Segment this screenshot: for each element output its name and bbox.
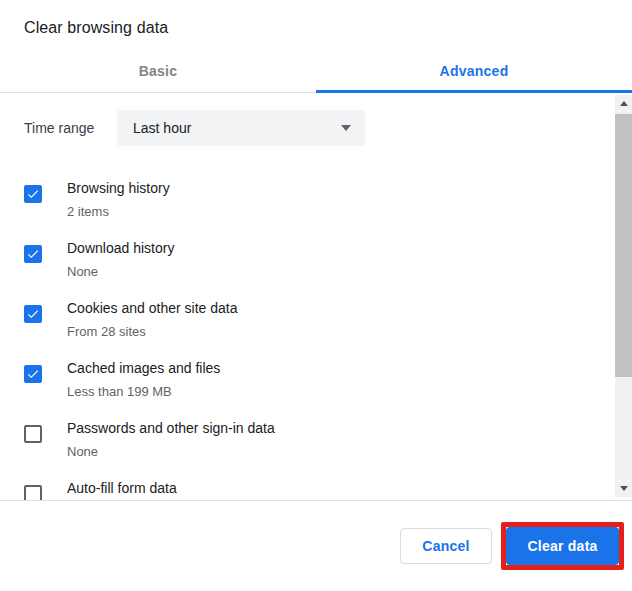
row-text: Browsing history2 items: [67, 176, 170, 222]
time-range-label: Time range: [24, 120, 117, 136]
row-text: Passwords and other sign-in dataNone: [67, 416, 275, 462]
tab-basic[interactable]: Basic: [0, 49, 316, 92]
row-label: Cookies and other site data: [67, 298, 237, 319]
dialog-header: Clear browsing data: [0, 0, 632, 49]
checkbox-checked[interactable]: [24, 245, 42, 263]
row-label: Passwords and other sign-in data: [67, 418, 275, 439]
dialog-title: Clear browsing data: [24, 19, 608, 37]
checkmark-icon: [26, 307, 40, 321]
row-detail: None: [67, 442, 275, 462]
checkbox-unchecked[interactable]: [24, 485, 42, 500]
time-range-value: Last hour: [133, 120, 191, 136]
arrow-up-icon: [620, 101, 628, 106]
tab-strip: Basic Advanced: [0, 49, 632, 93]
data-type-row: Auto-fill form data: [24, 476, 591, 500]
checkmark-icon: [26, 247, 40, 261]
row-detail: None: [67, 262, 174, 282]
checkmark-icon: [26, 187, 40, 201]
scroll-down-button[interactable]: [615, 480, 632, 497]
row-detail: 2 items: [67, 202, 170, 222]
row-label: Browsing history: [67, 178, 170, 199]
tab-advanced[interactable]: Advanced: [316, 49, 632, 92]
time-range-select[interactable]: Last hour: [117, 110, 365, 146]
checkbox-checked[interactable]: [24, 365, 42, 383]
chevron-down-icon: [341, 125, 351, 131]
row-text: Download historyNone: [67, 236, 174, 282]
dialog-scroll-area: Time range Last hour Browsing history2 i…: [0, 93, 632, 500]
row-label: Cached images and files: [67, 358, 220, 379]
time-range-row: Time range Last hour: [24, 110, 591, 146]
checkbox-unchecked[interactable]: [24, 425, 42, 443]
row-detail: Less than 199 MB: [67, 382, 220, 402]
data-type-row: Cookies and other site dataFrom 28 sites: [24, 296, 591, 356]
data-type-row: Cached images and filesLess than 199 MB: [24, 356, 591, 416]
clear-browsing-data-dialog: Clear browsing data Basic Advanced Time …: [0, 0, 632, 591]
row-text: Cookies and other site dataFrom 28 sites: [67, 296, 237, 342]
row-text: Auto-fill form data: [67, 476, 177, 499]
row-label: Auto-fill form data: [67, 478, 177, 499]
scroll-up-button[interactable]: [615, 95, 632, 112]
data-type-row: Browsing history2 items: [24, 176, 591, 236]
data-type-row: Passwords and other sign-in dataNone: [24, 416, 591, 476]
row-detail: From 28 sites: [67, 322, 237, 342]
arrow-down-icon: [620, 486, 628, 491]
scroll-content: Time range Last hour Browsing history2 i…: [0, 93, 632, 500]
scrollbar-thumb[interactable]: [615, 114, 632, 377]
row-text: Cached images and filesLess than 199 MB: [67, 356, 220, 402]
checkbox-checked[interactable]: [24, 185, 42, 203]
data-type-row: Download historyNone: [24, 236, 591, 296]
clear-data-button[interactable]: Clear data: [506, 527, 619, 565]
checkmark-icon: [26, 367, 40, 381]
data-type-list: Browsing history2 itemsDownload historyN…: [24, 176, 591, 500]
annotation-highlight-box: Clear data: [501, 522, 624, 570]
cancel-button[interactable]: Cancel: [400, 528, 492, 564]
checkbox-checked[interactable]: [24, 305, 42, 323]
row-label: Download history: [67, 238, 174, 259]
dialog-footer: Cancel Clear data: [0, 500, 632, 591]
vertical-scrollbar[interactable]: [615, 95, 632, 497]
